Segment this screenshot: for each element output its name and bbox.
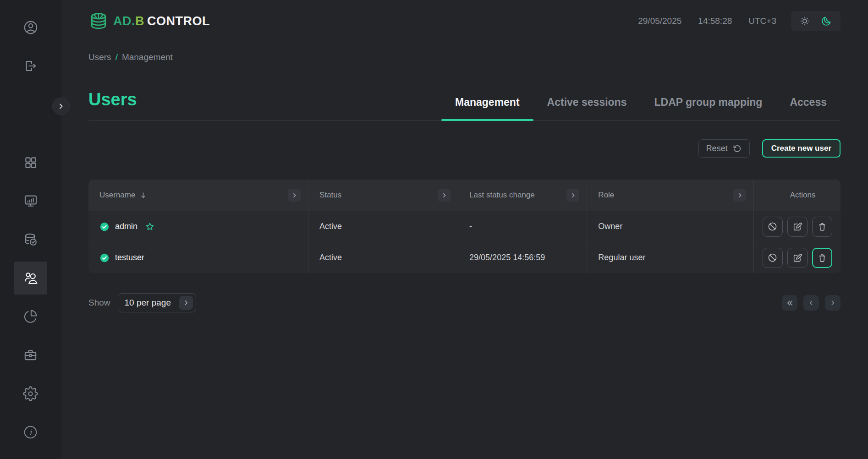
actions-cell — [753, 242, 841, 273]
column-header-role: Role — [587, 180, 753, 211]
tabs: Management Active sessions LDAP group ma… — [441, 96, 841, 120]
pagination — [782, 295, 841, 311]
trash-icon — [817, 253, 827, 263]
block-user-button[interactable] — [763, 248, 783, 268]
chevron-right-icon — [570, 192, 576, 198]
table-row-testuser: testuser Active 29/05/2025 14:56:59 Regu… — [88, 242, 841, 273]
per-page-select[interactable]: 10 per page — [118, 293, 196, 312]
breadcrumb: Users / Management — [88, 52, 841, 62]
users-icon — [23, 270, 38, 286]
block-user-button[interactable] — [763, 217, 783, 237]
last-status-change-text: 29/05/2025 14:56:59 — [469, 253, 545, 262]
sidebar-item-dashboard[interactable] — [14, 146, 47, 179]
username-cell: testuser — [88, 242, 308, 273]
first-page-icon — [786, 299, 794, 307]
info-icon: i — [23, 425, 38, 440]
sidebar-item-backup[interactable] — [14, 223, 47, 256]
moon-icon[interactable] — [820, 15, 832, 27]
database-check-icon — [23, 232, 38, 247]
current-time: 14:58:28 — [698, 16, 732, 26]
trash-icon — [817, 222, 827, 232]
tab-ldap-group-mapping[interactable]: LDAP group mapping — [640, 96, 776, 120]
column-header-username: Username — [88, 180, 308, 211]
column-label-username[interactable]: Username — [99, 191, 135, 200]
sidebar-item-reports[interactable] — [14, 300, 47, 333]
check-circle-icon — [99, 222, 110, 232]
per-page-expand-button[interactable] — [179, 296, 193, 310]
app-logo-text: AD.BCONTROL — [113, 14, 210, 28]
breadcrumb-users[interactable]: Users — [88, 52, 111, 62]
next-page-icon — [829, 299, 836, 306]
delete-user-button[interactable] — [812, 248, 832, 268]
main-content: AD.BCONTROL 29/05/2025 14:58:28 UTC+3 — [61, 0, 868, 459]
topbar: AD.BCONTROL 29/05/2025 14:58:28 UTC+3 — [88, 0, 841, 32]
status-filter-expand-button[interactable] — [438, 189, 450, 202]
next-page-button[interactable] — [825, 295, 841, 311]
star-icon[interactable] — [145, 222, 155, 232]
edit-user-button[interactable] — [787, 217, 808, 237]
tab-active-sessions[interactable]: Active sessions — [533, 96, 641, 120]
column-label-actions: Actions — [790, 191, 816, 200]
sidebar-item-settings[interactable] — [14, 377, 47, 410]
check-circle-icon — [99, 253, 110, 263]
username-cell: admin — [88, 211, 308, 242]
refresh-ccw-icon — [732, 144, 742, 153]
last-status-change-filter-expand-button[interactable] — [566, 189, 579, 202]
theme-toggle — [791, 11, 841, 31]
breadcrumb-management[interactable]: Management — [122, 52, 173, 62]
sidebar-item-info[interactable]: i — [14, 415, 47, 448]
per-page-value: 10 per page — [125, 298, 171, 308]
delete-user-button[interactable] — [812, 217, 832, 237]
column-label-role: Role — [598, 191, 614, 200]
edit-user-button[interactable] — [787, 248, 808, 268]
previous-page-button[interactable] — [803, 295, 819, 311]
app-logo: AD.BCONTROL — [88, 11, 210, 31]
username-filter-expand-button[interactable] — [288, 189, 301, 202]
chevron-right-icon — [441, 192, 447, 198]
breadcrumb-separator: / — [115, 52, 118, 62]
database-logo-icon — [88, 11, 109, 31]
first-page-button[interactable] — [782, 295, 797, 311]
sidebar-item-services[interactable] — [14, 339, 47, 372]
create-new-user-button[interactable]: Create new user — [762, 139, 841, 158]
sun-icon[interactable] — [799, 16, 810, 27]
sidebar-expand-button[interactable] — [52, 98, 70, 115]
sort-desc-icon[interactable] — [139, 191, 148, 200]
app-window: i AD.BCONTROL 29/05/2025 14:58:28 — [0, 0, 868, 459]
actions-cell — [753, 211, 841, 242]
page-title: Users — [88, 90, 137, 120]
sidebar-item-monitoring[interactable] — [14, 185, 47, 218]
reset-button-label: Reset — [706, 144, 728, 153]
tab-management[interactable]: Management — [441, 96, 533, 120]
show-label: Show — [88, 298, 110, 308]
username-text: testuser — [115, 253, 144, 262]
sidebar-item-users[interactable] — [14, 262, 47, 295]
briefcase-icon — [23, 348, 38, 363]
status-text: Active — [319, 222, 342, 231]
column-label-last-status-change: Last status change — [469, 191, 535, 200]
svg-text:i: i — [29, 427, 33, 437]
table-footer: Show 10 per page — [88, 293, 841, 312]
chevron-right-icon — [183, 300, 189, 306]
user-profile-icon[interactable] — [22, 19, 39, 36]
title-bar: Users Management Active sessions LDAP gr… — [88, 90, 841, 121]
reset-button[interactable]: Reset — [698, 139, 750, 158]
users-table: Username Status Last s — [88, 180, 841, 273]
clock-bar: 29/05/2025 14:58:28 UTC+3 — [621, 11, 841, 31]
column-header-actions: Actions — [753, 180, 841, 211]
previous-page-icon — [808, 299, 815, 306]
logout-icon[interactable] — [22, 58, 39, 74]
tab-access[interactable]: Access — [776, 96, 841, 120]
apps-grid-icon — [23, 155, 38, 170]
last-status-change-text: - — [469, 222, 472, 231]
edit-icon — [792, 222, 802, 232]
status-text: Active — [319, 253, 342, 262]
timezone: UTC+3 — [748, 16, 776, 26]
sidebar-nav: i — [0, 146, 61, 448]
role-filter-expand-button[interactable] — [733, 189, 746, 202]
chevron-right-icon — [737, 192, 743, 198]
chevron-right-icon — [57, 103, 65, 110]
column-label-status: Status — [319, 191, 341, 200]
pie-chart-icon — [23, 309, 38, 324]
column-header-status: Status — [308, 180, 458, 211]
